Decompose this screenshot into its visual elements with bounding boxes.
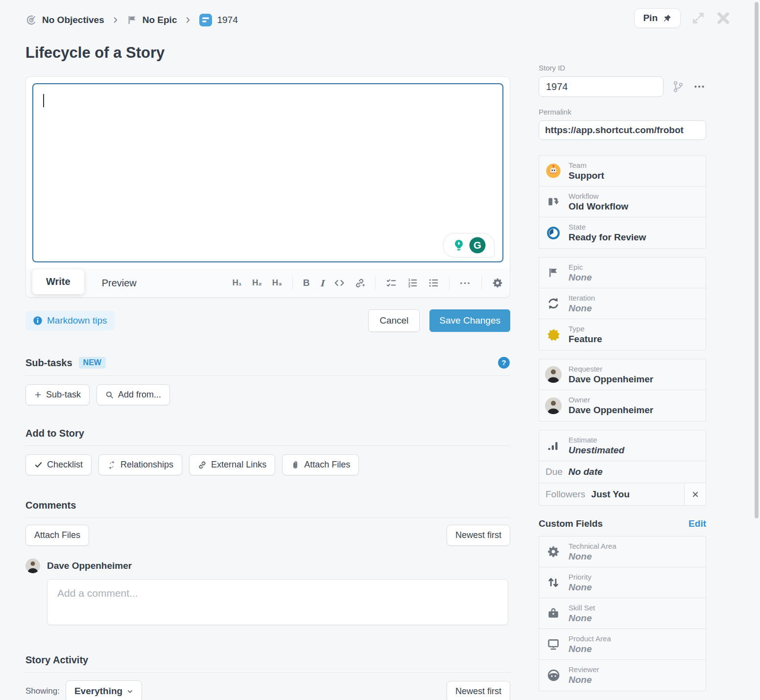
reviewer-label: Reviewer xyxy=(569,665,599,674)
add-from-button[interactable]: Add from... xyxy=(96,384,170,405)
save-changes-button[interactable]: Save Changes xyxy=(429,309,510,332)
comment-author-name: Dave Oppenheimer xyxy=(47,560,132,571)
attach-files-button[interactable]: Attach Files xyxy=(282,454,359,475)
bullet-list-button[interactable] xyxy=(428,278,439,288)
priority-row[interactable]: PriorityNone xyxy=(539,567,706,598)
iteration-label: Iteration xyxy=(569,294,595,302)
story-activity-title: Story Activity xyxy=(25,654,88,666)
breadcrumb-story[interactable]: 1974 xyxy=(199,14,238,26)
state-row[interactable]: StateReady for Review xyxy=(539,217,706,248)
attach-files-label: Attach Files xyxy=(304,460,350,470)
git-branch-icon[interactable] xyxy=(672,80,685,93)
permalink-label: Permalink xyxy=(539,108,706,116)
divider xyxy=(25,375,510,376)
team-row[interactable]: TeamSupport xyxy=(539,156,706,187)
scrollbar-thumb[interactable] xyxy=(755,2,759,518)
divider xyxy=(25,672,510,673)
requester-row[interactable]: RequesterDave Oppenheimer xyxy=(539,359,706,390)
subtasks-title: Sub-tasks xyxy=(25,357,72,369)
suggestion-bulb-icon[interactable] xyxy=(451,238,466,253)
technical-area-label: Technical Area xyxy=(569,542,617,550)
type-label: Type xyxy=(569,325,602,333)
permalink-input[interactable] xyxy=(539,120,706,140)
remove-follower-button[interactable] xyxy=(684,483,706,505)
heading2-button[interactable]: H₂ xyxy=(252,278,262,288)
more-options-icon[interactable] xyxy=(693,80,706,93)
external-links-button[interactable]: External Links xyxy=(189,454,275,475)
bold-button[interactable]: B xyxy=(303,278,310,288)
subtasks-actions: Sub-task Add from... xyxy=(25,384,510,405)
followers-row[interactable]: Followers Just You xyxy=(539,483,706,505)
grammarly-widget[interactable]: G xyxy=(443,233,495,257)
divider xyxy=(25,445,510,446)
product-area-row[interactable]: Product AreaNone xyxy=(539,629,706,660)
epic-value: None xyxy=(569,272,592,283)
subtasks-header: Sub-tasks NEW ? xyxy=(25,356,510,369)
custom-fields-header: Custom Fields Edit xyxy=(539,518,706,529)
expand-icon[interactable] xyxy=(691,11,705,25)
check-icon xyxy=(34,461,43,469)
activity-filter-dropdown[interactable]: Everything xyxy=(66,680,142,700)
divider xyxy=(25,517,510,518)
workflow-row[interactable]: WorkflowOld Workflow xyxy=(539,187,706,217)
add-to-story-title: Add to Story xyxy=(25,428,84,439)
skill-set-row[interactable]: Skill SetNone xyxy=(539,598,706,629)
tab-preview[interactable]: Preview xyxy=(102,278,137,289)
more-options-button[interactable]: ··· xyxy=(460,278,471,289)
gear-icon[interactable] xyxy=(492,278,503,288)
tab-write[interactable]: Write xyxy=(32,269,84,294)
owner-row[interactable]: OwnerDave Oppenheimer xyxy=(539,390,706,421)
toolbar-divider xyxy=(449,277,450,289)
heading1-button[interactable]: H₁ xyxy=(233,278,242,288)
type-value: Feature xyxy=(569,334,602,345)
grammarly-icon[interactable]: G xyxy=(469,236,486,254)
pin-button[interactable]: Pin xyxy=(634,8,681,28)
markdown-tips-link[interactable]: Markdown tips xyxy=(25,311,115,330)
monitor-icon xyxy=(546,638,561,651)
workflow-label: Workflow xyxy=(569,192,628,200)
checklist-button[interactable]: Checklist xyxy=(25,454,92,475)
breadcrumb-epic[interactable]: No Epic xyxy=(127,15,177,25)
estimate-label: Estimate xyxy=(569,436,624,444)
italic-button[interactable]: I xyxy=(320,278,324,288)
type-row[interactable]: TypeFeature xyxy=(539,319,706,350)
custom-fields-edit-link[interactable]: Edit xyxy=(689,518,706,529)
activity-filter-value: Everything xyxy=(74,686,122,697)
product-area-value: None xyxy=(569,644,611,654)
comment-input[interactable] xyxy=(47,579,508,625)
iteration-row[interactable]: IterationNone xyxy=(539,288,706,319)
svg-text:3: 3 xyxy=(408,284,410,288)
breadcrumb-objectives[interactable]: No Objectives xyxy=(25,14,104,26)
checklist-button[interactable] xyxy=(386,278,397,288)
plus-icon xyxy=(34,391,42,398)
heading3-button[interactable]: H₃ xyxy=(272,278,282,288)
comments-actions: Attach Files Newest first xyxy=(25,525,510,546)
add-subtask-label: Sub-task xyxy=(46,390,81,400)
due-row[interactable]: Due No date xyxy=(539,461,706,483)
comments-attach-files-button[interactable]: Attach Files xyxy=(25,525,89,546)
activity-sort-button[interactable]: Newest first xyxy=(447,681,510,700)
svg-text:G: G xyxy=(474,240,481,251)
description-textarea[interactable]: G xyxy=(32,83,503,262)
close-icon[interactable] xyxy=(716,11,731,25)
state-value: Ready for Review xyxy=(569,232,646,243)
showing-label: Showing: xyxy=(25,686,60,696)
help-icon[interactable]: ? xyxy=(498,356,510,369)
reviewer-row[interactable]: ReviewerNone xyxy=(539,660,706,691)
relationships-button[interactable]: Relationships xyxy=(98,454,182,475)
link-button[interactable] xyxy=(355,278,365,288)
technical-area-row[interactable]: Technical AreaNone xyxy=(539,537,706,567)
paperclip-icon xyxy=(291,461,300,469)
cancel-button[interactable]: Cancel xyxy=(368,309,420,332)
code-button[interactable] xyxy=(334,278,344,288)
story-id-input[interactable] xyxy=(539,76,664,97)
epic-row[interactable]: EpicNone xyxy=(539,257,706,288)
ordered-list-button[interactable]: 123 xyxy=(407,278,418,288)
add-subtask-button[interactable]: Sub-task xyxy=(25,384,90,405)
comments-sort-button[interactable]: Newest first xyxy=(447,525,510,546)
estimate-value: Unestimated xyxy=(569,445,624,456)
breadcrumb: No Objectives No Epic 1974 xyxy=(25,14,510,26)
toolbar-divider xyxy=(375,277,376,289)
estimate-row[interactable]: EstimateUnestimated xyxy=(539,430,706,461)
markdown-tips-label: Markdown tips xyxy=(47,315,107,326)
